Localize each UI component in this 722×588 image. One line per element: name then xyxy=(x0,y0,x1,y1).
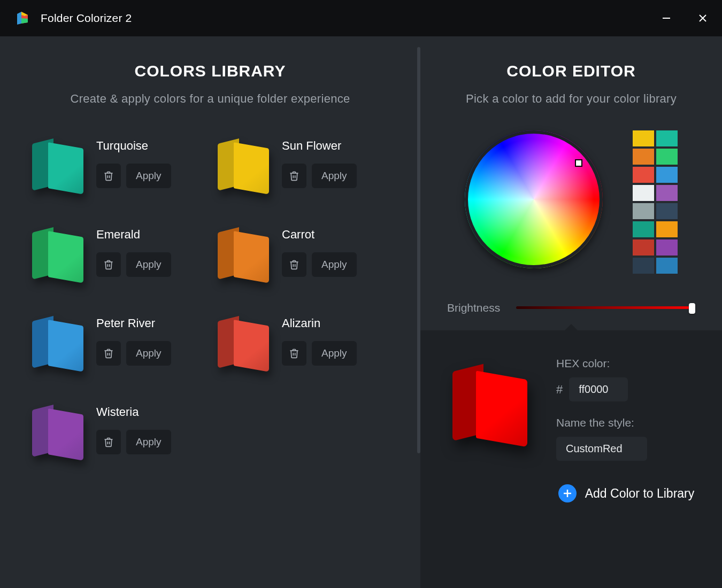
brightness-label: Brightness xyxy=(447,301,500,314)
colors-library-pane: COLORS LIBRARY Create & apply colors for… xyxy=(0,36,420,588)
apply-button[interactable]: Apply xyxy=(126,341,171,366)
svg-marker-3 xyxy=(21,18,28,24)
library-heading: COLORS LIBRARY xyxy=(32,62,388,80)
library-subheading: Create & apply colors for a unique folde… xyxy=(32,92,388,106)
library-item: Peter RiverApply xyxy=(32,313,203,372)
editor-heading: COLOR EDITOR xyxy=(442,62,701,80)
name-label: Name the style: xyxy=(556,416,696,429)
delete-button[interactable] xyxy=(96,164,121,188)
editor-form: HEX color: # Name the style: Add Color t… xyxy=(556,357,696,502)
swatch[interactable] xyxy=(633,221,654,237)
delete-button[interactable] xyxy=(96,341,121,366)
add-color-button[interactable]: Add Color to Library xyxy=(556,484,696,502)
folder-icon xyxy=(218,313,269,372)
delete-button[interactable] xyxy=(282,252,306,277)
minimize-button[interactable] xyxy=(660,12,673,25)
swatch[interactable] xyxy=(656,239,678,256)
hex-hash: # xyxy=(556,383,563,397)
apply-button[interactable]: Apply xyxy=(312,341,357,366)
style-name-input[interactable] xyxy=(556,437,647,461)
swatch[interactable] xyxy=(633,167,654,183)
title-bar: Folder Colorizer 2 xyxy=(0,0,722,36)
color-wheel[interactable] xyxy=(465,130,603,268)
color-wheel-cursor[interactable] xyxy=(575,159,582,167)
content-area: COLORS LIBRARY Create & apply colors for… xyxy=(0,36,722,588)
swatch[interactable] xyxy=(633,185,654,201)
library-item: WisteriaApply xyxy=(32,402,203,461)
svg-marker-0 xyxy=(17,12,21,25)
wheel-and-swatches xyxy=(442,130,701,274)
library-item: CarrotApply xyxy=(218,225,388,283)
swatch[interactable] xyxy=(656,185,678,201)
color-editor-pane: COLOR EDITOR Pick a color to add for you… xyxy=(420,36,722,588)
library-item-name: Sun Flower xyxy=(282,139,357,153)
library-item: EmeraldApply xyxy=(32,225,203,283)
editor-preview-panel: HEX color: # Name the style: Add Color t… xyxy=(420,330,722,588)
swatch[interactable] xyxy=(633,149,654,165)
swatch[interactable] xyxy=(656,149,678,165)
window-controls xyxy=(660,12,709,25)
delete-button[interactable] xyxy=(96,430,121,454)
delete-button[interactable] xyxy=(282,341,306,366)
library-item: Sun FlowerApply xyxy=(218,136,388,195)
hex-label: HEX color: xyxy=(556,357,696,370)
swatch[interactable] xyxy=(633,130,654,146)
apply-button[interactable]: Apply xyxy=(312,252,357,277)
library-item-name: Carrot xyxy=(282,228,357,242)
library-item-name: Wisteria xyxy=(96,405,171,419)
folder-icon xyxy=(32,225,83,283)
swatch[interactable] xyxy=(633,239,654,256)
color-wheel-wrap xyxy=(465,130,603,268)
app-title: Folder Colorizer 2 xyxy=(41,12,660,25)
brightness-row: Brightness xyxy=(442,301,701,314)
editor-subheading: Pick a color to add for your color libra… xyxy=(442,92,701,106)
preset-swatches xyxy=(633,130,678,274)
folder-icon xyxy=(32,136,83,195)
apply-button[interactable]: Apply xyxy=(126,430,171,454)
library-item-name: Peter River xyxy=(96,316,171,330)
apply-button[interactable]: Apply xyxy=(126,252,171,277)
library-grid: TurquoiseApplySun FlowerApplyEmeraldAppl… xyxy=(32,136,388,461)
library-item: AlizarinApply xyxy=(218,313,388,372)
folder-icon xyxy=(32,402,83,461)
swatch[interactable] xyxy=(656,258,678,274)
library-item: TurquoiseApply xyxy=(32,136,203,195)
add-color-label: Add Color to Library xyxy=(585,486,695,501)
swatch[interactable] xyxy=(656,130,678,146)
brightness-slider[interactable] xyxy=(516,303,695,313)
folder-icon xyxy=(218,225,269,283)
swatch[interactable] xyxy=(633,258,654,274)
swatch[interactable] xyxy=(633,203,654,219)
swatch[interactable] xyxy=(656,167,678,183)
plus-icon xyxy=(558,484,577,502)
swatch[interactable] xyxy=(656,221,678,237)
folder-icon xyxy=(218,136,269,195)
library-item-name: Alizarin xyxy=(282,316,357,330)
library-item-name: Turquoise xyxy=(96,139,171,153)
hex-input[interactable] xyxy=(569,377,628,401)
brightness-thumb[interactable] xyxy=(689,303,695,314)
folder-icon xyxy=(32,313,83,372)
editor-top: COLOR EDITOR Pick a color to add for you… xyxy=(420,36,722,330)
delete-button[interactable] xyxy=(96,252,121,277)
apply-button[interactable]: Apply xyxy=(126,164,171,188)
apply-button[interactable]: Apply xyxy=(312,164,357,188)
swatch[interactable] xyxy=(656,203,678,219)
app-logo-icon xyxy=(15,11,30,26)
library-item-name: Emerald xyxy=(96,228,171,242)
close-button[interactable] xyxy=(696,12,709,25)
delete-button[interactable] xyxy=(282,164,306,188)
preview-folder-icon xyxy=(452,360,527,446)
brightness-track xyxy=(516,306,695,309)
app-window: Folder Colorizer 2 COLORS LIBRARY Create… xyxy=(0,0,722,588)
